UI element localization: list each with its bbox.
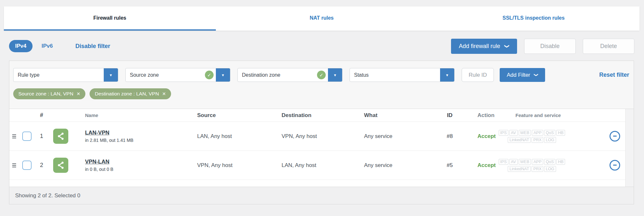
feature-badge-prx: PRX bbox=[532, 166, 543, 172]
feature-badge-av: AV bbox=[509, 159, 518, 165]
header-source: Source bbox=[189, 112, 276, 119]
table-row: 1 LAN-VPN in 2.81 MB, out 1.41 MB LAN, A… bbox=[9, 122, 634, 151]
feature-badge-log: LOG bbox=[544, 166, 556, 172]
ipv6-toggle[interactable]: IPv6 bbox=[42, 43, 53, 49]
add-filter-label: Add Filter bbox=[507, 72, 530, 78]
feature-badge-app: APP bbox=[532, 130, 543, 136]
header-feature: Feature and service bbox=[498, 113, 604, 118]
feature-badge-linkednat: LinkedNAT bbox=[508, 137, 531, 143]
tab-nat-rules[interactable]: NAT rules bbox=[216, 6, 428, 31]
header-destination: Destination bbox=[276, 112, 356, 119]
feature-badge-hb: HB bbox=[556, 130, 565, 136]
feature-badge-web: WEB bbox=[519, 130, 531, 136]
rule-name-link[interactable]: LAN-VPN bbox=[85, 130, 110, 136]
caret-down-icon: ▼ bbox=[446, 73, 449, 77]
reset-filter-link[interactable]: Reset filter bbox=[599, 72, 630, 78]
rule-id: #8 bbox=[430, 133, 469, 140]
firewall-rules-page: Firewall rules NAT rules SSL/TLS inspect… bbox=[0, 0, 644, 216]
header-what: What bbox=[356, 112, 430, 119]
dropdown-label: Rule type bbox=[14, 72, 104, 78]
disable-button[interactable]: Disable bbox=[524, 39, 576, 54]
feature-badge-ips: IPS bbox=[499, 159, 508, 165]
feature-badge-web: WEB bbox=[519, 159, 531, 165]
filter-chip-destination-zone[interactable]: Destination zone : LAN, VPN ✕ bbox=[90, 88, 171, 99]
toolbar-buttons: Add firewall rule ❯ Disable Delete bbox=[451, 39, 634, 54]
footer-summary: Showing 2 of 2. Selected 0 bbox=[15, 192, 80, 199]
filter-active-check-icon: ✓ bbox=[317, 71, 326, 79]
row-checkbox[interactable] bbox=[22, 161, 32, 170]
ellipsis-menu-icon[interactable]: ••• bbox=[610, 131, 620, 142]
table-row: 2 VPN-LAN in 0 B, out 0 B VPN, Any host … bbox=[9, 151, 634, 180]
chevron-down-icon: ❯ bbox=[534, 73, 538, 77]
header-action: Action bbox=[469, 112, 498, 119]
rule-number: 2 bbox=[34, 162, 49, 169]
ipv4-toggle[interactable]: IPv4 bbox=[9, 40, 33, 52]
rule-source: LAN, Any host bbox=[189, 133, 276, 140]
add-firewall-rule-label: Add firewall rule bbox=[459, 43, 500, 50]
rule-destination: LAN, Any host bbox=[276, 162, 356, 169]
rule-number: 1 bbox=[34, 133, 49, 140]
filter-row: Rule type ▼ Source zone ✓ ▼ Destination … bbox=[9, 61, 634, 82]
chip-label: Source zone : LAN, VPN bbox=[18, 91, 73, 97]
header-number: # bbox=[34, 112, 49, 119]
drag-handle-icon[interactable] bbox=[12, 134, 16, 138]
filter-dropdown-destination-zone[interactable]: Destination zone ✓ ▼ bbox=[237, 68, 342, 82]
filter-dropdown-status[interactable]: Status ▼ bbox=[350, 68, 455, 82]
rule-destination: VPN, Any host bbox=[276, 133, 356, 140]
chip-remove-icon[interactable]: ✕ bbox=[77, 91, 81, 96]
rule-what: Any service bbox=[356, 162, 430, 169]
rule-what: Any service bbox=[356, 133, 430, 140]
dropdown-caret-button[interactable]: ▼ bbox=[440, 68, 454, 82]
delete-button[interactable]: Delete bbox=[583, 39, 634, 54]
filter-active-check-icon: ✓ bbox=[205, 71, 214, 79]
network-share-icon bbox=[53, 129, 68, 144]
feature-badge-linkednat: LinkedNAT bbox=[508, 166, 531, 172]
feature-badge-ips: IPS bbox=[499, 130, 508, 136]
dropdown-caret-button[interactable]: ▼ bbox=[328, 68, 342, 82]
row-checkbox[interactable] bbox=[22, 132, 32, 141]
chevron-down-icon: ❯ bbox=[505, 44, 510, 48]
add-firewall-rule-button[interactable]: Add firewall rule ❯ bbox=[451, 39, 517, 54]
network-share-icon bbox=[53, 158, 68, 173]
tab-bar: Firewall rules NAT rules SSL/TLS inspect… bbox=[4, 6, 639, 31]
rule-traffic: in 0 B, out 0 B bbox=[85, 167, 189, 172]
rule-action: Accept bbox=[477, 162, 496, 168]
ellipsis-menu-icon[interactable]: ••• bbox=[610, 160, 620, 171]
rule-traffic: in 2.81 MB, out 1.41 MB bbox=[85, 138, 189, 143]
caret-down-icon: ▼ bbox=[221, 73, 225, 77]
feature-badges: IPS AV WEB APP QoS HB LinkedNAT PRX LOG bbox=[498, 159, 566, 172]
filter-dropdown-source-zone[interactable]: Source zone ✓ ▼ bbox=[125, 68, 230, 82]
add-filter-button[interactable]: Add Filter ❯ bbox=[500, 68, 545, 82]
rule-name-link[interactable]: VPN-LAN bbox=[85, 159, 110, 165]
dropdown-label: Status bbox=[350, 72, 440, 78]
disable-filter-link[interactable]: Disable filter bbox=[75, 43, 110, 50]
chip-label: Destination zone : LAN, VPN bbox=[95, 91, 159, 97]
feature-badge-qos: QoS bbox=[544, 159, 555, 165]
caret-down-icon: ▼ bbox=[333, 73, 337, 77]
dropdown-caret-button[interactable]: ▼ bbox=[104, 68, 118, 82]
drag-handle-icon[interactable] bbox=[12, 163, 16, 167]
filter-chip-source-zone[interactable]: Source zone : LAN, VPN ✕ bbox=[13, 88, 85, 99]
feature-badge-app: APP bbox=[532, 159, 543, 165]
dropdown-label: Source zone bbox=[126, 72, 205, 78]
table-header-row: # Name Source Destination What ID Action… bbox=[9, 109, 634, 122]
toolbar: IPv4 IPv6 Disable filter Add firewall ru… bbox=[9, 38, 634, 54]
dropdown-caret-button[interactable]: ▼ bbox=[216, 68, 230, 82]
dropdown-label: Destination zone bbox=[238, 72, 317, 78]
tab-ssl-tls-inspection-rules[interactable]: SSL/TLS inspection rules bbox=[428, 6, 639, 31]
scrollbar-track[interactable] bbox=[625, 109, 634, 187]
rule-id-input[interactable] bbox=[462, 68, 494, 82]
feature-badge-prx: PRX bbox=[532, 137, 543, 143]
header-id: ID bbox=[430, 112, 469, 119]
chip-remove-icon[interactable]: ✕ bbox=[162, 91, 166, 96]
filter-dropdown-rule-type[interactable]: Rule type ▼ bbox=[13, 68, 118, 82]
feature-badge-av: AV bbox=[509, 130, 518, 136]
rules-panel: Rule type ▼ Source zone ✓ ▼ Destination … bbox=[9, 61, 634, 204]
rules-table: # Name Source Destination What ID Action… bbox=[9, 109, 634, 187]
feature-badge-hb: HB bbox=[556, 159, 565, 165]
feature-badges: IPS AV WEB APP QoS HB LinkedNAT PRX LOG bbox=[498, 130, 566, 143]
table-footer: Showing 2 of 2. Selected 0 bbox=[9, 187, 634, 204]
rule-action: Accept bbox=[477, 133, 496, 139]
rule-id: #5 bbox=[430, 162, 469, 169]
tab-firewall-rules[interactable]: Firewall rules bbox=[4, 6, 216, 31]
